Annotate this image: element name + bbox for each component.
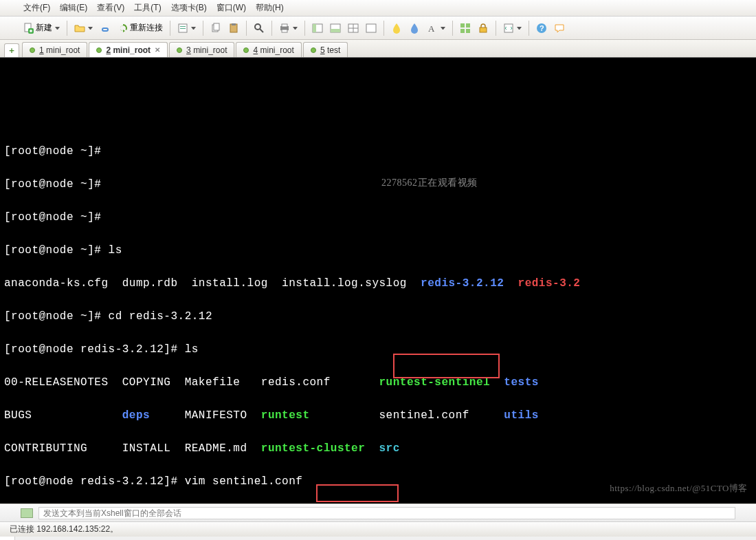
grid-icon — [460, 23, 471, 34]
lock-icon — [478, 23, 489, 34]
new-tab-button[interactable]: ＋ — [4, 43, 19, 57]
status-dot-icon — [30, 47, 35, 53]
svg-rect-22 — [460, 29, 465, 33]
terminal-output[interactable]: 2278562正在观看视频 https://blog.csdn.net/@51C… — [0, 58, 756, 504]
print-button[interactable] — [276, 21, 300, 35]
copy-button[interactable] — [208, 21, 224, 35]
svg-rect-11 — [282, 24, 287, 27]
color2-button[interactable] — [406, 21, 423, 35]
reconnect-icon — [118, 23, 129, 34]
chat-button[interactable] — [551, 21, 568, 35]
link-icon — [100, 23, 111, 34]
help-button[interactable]: ? — [533, 21, 550, 35]
status-dot-icon — [243, 47, 249, 53]
menu-window[interactable]: 窗口(W) — [214, 1, 249, 15]
connection-status: 已连接 192.168.142.135:22。 — [10, 523, 118, 535]
find-button[interactable] — [251, 21, 267, 35]
font-button[interactable]: A — [424, 21, 448, 35]
full-panel-button[interactable] — [363, 21, 379, 35]
paste-icon — [228, 23, 239, 34]
svg-rect-4 — [180, 28, 186, 29]
panel-bottom-icon — [330, 23, 341, 34]
svg-rect-8 — [232, 23, 236, 25]
menu-bar: 文件(F) 编辑(E) 查看(V) 工具(T) 选项卡(B) 窗口(W) 帮助(… — [0, 0, 756, 17]
svg-point-9 — [255, 24, 260, 30]
svg-rect-21 — [466, 23, 470, 28]
close-tab-icon[interactable]: ✕ — [155, 46, 160, 54]
panel-left-icon — [312, 23, 323, 34]
toolbar: 新建 重新连接 A ? — [0, 17, 756, 40]
properties-icon — [177, 23, 188, 34]
left-panel-button[interactable] — [309, 21, 326, 35]
status-bar: 已连接 192.168.142.135:22。 — [0, 521, 756, 537]
font-icon: A — [427, 23, 438, 34]
svg-rect-24 — [480, 28, 487, 32]
status-dot-icon — [96, 47, 102, 53]
tab-2[interactable]: 2 mini_root✕ — [89, 42, 168, 57]
properties-button[interactable] — [175, 21, 199, 35]
script-icon — [503, 23, 514, 34]
svg-rect-3 — [180, 26, 186, 27]
svg-rect-14 — [313, 24, 316, 32]
open-button[interactable] — [71, 21, 96, 35]
menu-file[interactable]: 文件(F) — [21, 1, 53, 15]
reconnect-button[interactable]: 重新连接 — [115, 21, 166, 35]
script-button[interactable] — [500, 21, 524, 35]
link-button[interactable] — [97, 21, 113, 35]
new-file-icon — [23, 23, 34, 34]
search-icon — [254, 23, 265, 34]
reconnect-label: 重新连接 — [130, 22, 163, 34]
svg-rect-12 — [282, 30, 287, 32]
status-dot-icon — [311, 47, 316, 53]
paste-button[interactable] — [225, 21, 242, 35]
quad-panel-button[interactable] — [345, 21, 362, 35]
color1-button[interactable] — [388, 21, 405, 35]
panel-quad-icon — [348, 23, 359, 34]
menu-help[interactable]: 帮助(H) — [253, 1, 287, 15]
lock-button[interactable] — [475, 21, 491, 35]
menu-view[interactable]: 查看(V) — [94, 1, 127, 15]
menu-edit[interactable]: 编辑(E) — [57, 1, 90, 15]
help-icon: ? — [536, 23, 547, 34]
svg-rect-16 — [331, 29, 340, 32]
bottom-panel-button[interactable] — [327, 21, 344, 35]
tab-4[interactable]: 4 mini_root — [236, 42, 301, 57]
tab-bar: ＋ 1 mini_root 2 mini_root✕ 3 mini_root 4… — [0, 40, 756, 58]
tab-3[interactable]: 3 mini_root — [169, 42, 234, 57]
send-input[interactable] — [38, 507, 735, 519]
send-bar — [0, 504, 756, 521]
svg-rect-25 — [504, 24, 513, 32]
svg-text:?: ? — [540, 24, 544, 32]
folder-open-icon — [74, 23, 85, 34]
menu-tab[interactable]: 选项卡(B) — [168, 1, 210, 15]
tab-5[interactable]: 5 test — [303, 42, 348, 57]
svg-text:A: A — [428, 23, 435, 34]
tab-1[interactable]: 1 mini_root — [22, 42, 87, 57]
chat-icon — [554, 23, 565, 34]
droplet-blue-icon — [409, 23, 420, 34]
copy-icon — [210, 23, 221, 34]
svg-rect-20 — [460, 23, 465, 28]
new-button[interactable]: 新建 — [21, 21, 63, 35]
svg-rect-18 — [366, 24, 376, 32]
droplet-icon — [391, 23, 402, 34]
svg-rect-23 — [466, 29, 470, 33]
status-dot-icon — [177, 47, 182, 53]
panel-full-icon — [366, 23, 377, 34]
grid-button[interactable] — [457, 21, 474, 35]
send-target-icon[interactable] — [21, 508, 33, 518]
menu-tools[interactable]: 工具(T) — [131, 1, 164, 15]
svg-rect-6 — [214, 23, 219, 30]
new-label: 新建 — [36, 22, 52, 34]
printer-icon — [279, 23, 290, 34]
